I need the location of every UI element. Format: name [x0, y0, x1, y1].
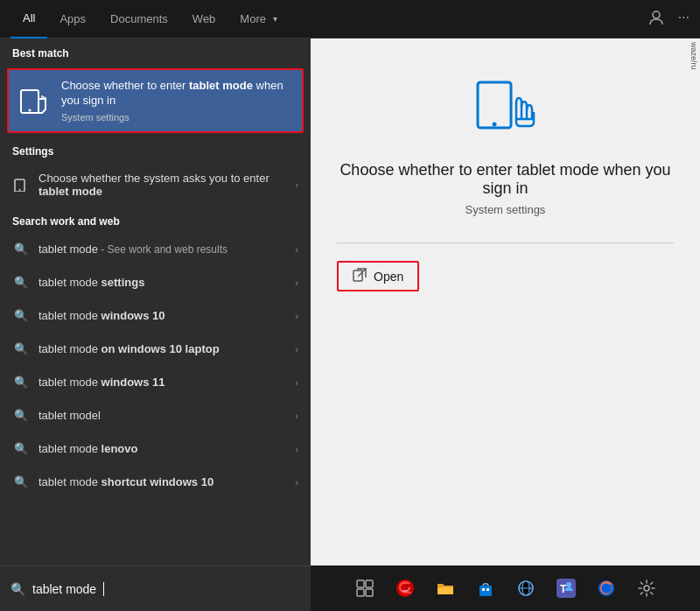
- svg-point-24: [644, 586, 649, 591]
- tab-web[interactable]: Web: [180, 0, 228, 39]
- edge-icon[interactable]: [388, 571, 423, 606]
- search-web-label: Search work and web: [0, 207, 311, 233]
- teams-icon[interactable]: T: [549, 571, 584, 606]
- open-icon: [353, 268, 367, 284]
- cursor: [103, 582, 104, 596]
- svg-rect-10: [357, 589, 364, 596]
- web-item-text-6: tablet mode lenovo: [38, 442, 286, 455]
- search-input-value: tablet mode: [32, 582, 96, 596]
- tab-more[interactable]: More ▾: [228, 0, 290, 39]
- svg-point-22: [566, 582, 571, 587]
- best-match-label: Best match: [0, 39, 311, 65]
- best-match-text: Choose whether to enter tablet mode when…: [61, 79, 291, 123]
- web-item-2[interactable]: 🔍 tablet mode windows 10 ›: [0, 299, 311, 333]
- best-match-title: Choose whether to enter tablet mode when…: [61, 79, 291, 109]
- tab-documents[interactable]: Documents: [98, 0, 180, 39]
- search-icon-4: 🔍: [12, 374, 30, 391]
- right-panel-title: Choose whether to enter tablet mode when…: [337, 161, 674, 198]
- web-chevron-3: ›: [295, 344, 298, 355]
- search-icon-6: 🔍: [12, 440, 30, 458]
- svg-rect-14: [480, 586, 492, 596]
- svg-rect-11: [366, 589, 373, 596]
- more-icon[interactable]: ···: [678, 10, 690, 29]
- web-item-4[interactable]: 🔍 tablet mode windows 11 ›: [0, 366, 311, 399]
- svg-point-0: [653, 11, 660, 18]
- best-match-sub: System settings: [61, 112, 291, 123]
- svg-rect-13: [438, 587, 453, 594]
- web-item-text-3: tablet mode on windows 10 laptop: [38, 342, 286, 355]
- store-icon[interactable]: [468, 571, 503, 606]
- settings-item-text: Choose whether the system asks you to en…: [38, 172, 286, 198]
- svg-rect-16: [486, 588, 489, 591]
- web-chevron-0: ›: [295, 244, 298, 255]
- web-item-text-4: tablet mode windows 11: [38, 376, 286, 389]
- tablet-mode-icon: [19, 85, 51, 116]
- web-item-7[interactable]: 🔍 tablet mode shortcut windows 10 ›: [0, 466, 311, 499]
- web-item-5[interactable]: 🔍 tablet model ›: [0, 399, 311, 432]
- taskbar: 🔍 tablet mode: [0, 565, 700, 611]
- web-chevron-5: ›: [295, 411, 298, 421]
- right-panel: Choose whether to enter tablet mode when…: [311, 39, 700, 565]
- search-icon-0: 🔍: [12, 241, 30, 258]
- settings-label: Settings: [0, 137, 311, 163]
- gear-icon[interactable]: [629, 571, 664, 606]
- web-item-text-1: tablet mode settings: [38, 276, 286, 289]
- folder-icon[interactable]: [428, 571, 463, 606]
- search-box[interactable]: 🔍 tablet mode: [0, 565, 311, 611]
- web-item-3[interactable]: 🔍 tablet mode on windows 10 laptop ›: [0, 333, 311, 366]
- web-chevron-1: ›: [295, 277, 298, 288]
- web-item-text-0: tablet mode - See work and web results: [38, 242, 286, 256]
- network-icon[interactable]: [508, 571, 543, 606]
- tab-all[interactable]: All: [10, 0, 47, 39]
- divider: [337, 242, 674, 243]
- svg-rect-9: [366, 580, 373, 587]
- user-icon[interactable]: [648, 10, 664, 29]
- svg-rect-8: [357, 580, 364, 587]
- svg-rect-5: [478, 82, 511, 128]
- web-chevron-7: ›: [295, 477, 298, 488]
- web-item-text-7: tablet mode shortcut windows 10: [38, 475, 286, 488]
- firefox-icon[interactable]: [589, 571, 624, 606]
- web-chevron-4: ›: [295, 377, 298, 388]
- tab-apps[interactable]: Apps: [47, 0, 98, 39]
- web-item-0[interactable]: 🔍 tablet mode - See work and web results…: [0, 233, 311, 266]
- settings-item-icon: [12, 176, 30, 193]
- main-container: Best match Choose whether to enter table…: [0, 39, 700, 565]
- settings-item[interactable]: Choose whether the system asks you to en…: [0, 163, 311, 207]
- right-panel-sub: System settings: [466, 203, 546, 216]
- settings-chevron-icon: ›: [295, 179, 298, 190]
- left-panel: Best match Choose whether to enter table…: [0, 39, 311, 565]
- svg-rect-15: [482, 588, 485, 591]
- web-item-6[interactable]: 🔍 tablet mode lenovo ›: [0, 432, 311, 466]
- top-nav: All Apps Documents Web More ▾ ···: [0, 0, 700, 39]
- task-view-icon[interactable]: [347, 571, 382, 606]
- best-match-item[interactable]: Choose whether to enter tablet mode when…: [7, 68, 304, 133]
- search-icon-5: 🔍: [12, 407, 30, 425]
- svg-point-2: [29, 109, 32, 111]
- search-icon-7: 🔍: [12, 474, 30, 491]
- search-icon-2: 🔍: [12, 307, 30, 325]
- nav-icons: ···: [648, 10, 690, 29]
- web-item-1[interactable]: 🔍 tablet mode settings ›: [0, 266, 311, 299]
- web-chevron-2: ›: [295, 311, 298, 321]
- svg-point-6: [492, 123, 496, 127]
- search-icon-1: 🔍: [12, 274, 30, 291]
- svg-point-4: [19, 189, 21, 191]
- open-label: Open: [374, 270, 403, 284]
- open-button[interactable]: Open: [337, 261, 419, 291]
- chevron-down-icon: ▾: [273, 14, 277, 24]
- right-panel-icon: [471, 74, 541, 144]
- taskbar-icons-area: T: [311, 571, 700, 606]
- search-icon-3: 🔍: [12, 341, 30, 358]
- watermark: waze/ru: [690, 42, 698, 70]
- web-item-text-5: tablet model: [38, 409, 286, 422]
- web-chevron-6: ›: [295, 444, 298, 454]
- web-item-text-2: tablet mode windows 10: [38, 309, 286, 322]
- search-icon: 🔍: [10, 582, 25, 596]
